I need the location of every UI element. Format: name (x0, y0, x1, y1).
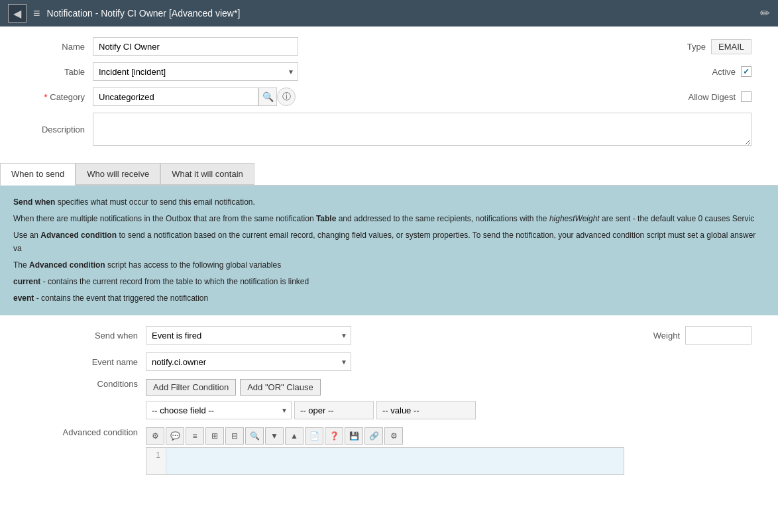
table-row: Table Incident [incident] ▼ Active (13, 62, 765, 81)
description-row: Description (13, 113, 765, 146)
description-input[interactable] (93, 113, 751, 146)
category-label: Category (13, 92, 93, 102)
active-checkbox[interactable] (741, 66, 751, 77)
category-info-icon[interactable]: ⓘ (277, 87, 296, 106)
adv-btn-5[interactable]: ⊟ (225, 427, 244, 445)
allow-digest-right: Allow Digest (688, 91, 765, 102)
oper-input (294, 401, 374, 419)
name-input[interactable] (93, 37, 298, 56)
adv-btn-9[interactable]: 📄 (305, 427, 323, 445)
event-name-label: Event name (13, 357, 146, 367)
adv-btn-12[interactable]: 🔗 (364, 427, 383, 445)
advanced-condition-content: ⚙ 💬 ≡ ⊞ ⊟ 🔍 ▼ ▲ 📄 ❓ 💾 🔗 ⚙ 1 (146, 427, 765, 475)
name-label: Name (13, 42, 93, 52)
tab-who-will-receive[interactable]: Who will receive (76, 163, 160, 185)
adv-btn-1[interactable]: ⚙ (146, 427, 164, 445)
tab-when-to-send[interactable]: When to send (0, 163, 76, 186)
conditions-fields: -- choose field -- ▼ (146, 401, 476, 419)
add-or-button[interactable]: Add "OR" Clause (240, 379, 321, 396)
type-label: Type (687, 42, 706, 52)
conditions-label: Conditions (13, 379, 146, 389)
tab-what-it-will-contain[interactable]: What it will contain (160, 163, 254, 185)
back-icon: ◀ (13, 7, 21, 20)
description-label: Description (13, 125, 93, 134)
active-label: Active (712, 67, 736, 77)
adv-btn-13[interactable]: ⚙ (384, 427, 403, 445)
allow-digest-label: Allow Digest (688, 92, 736, 102)
adv-editor: 1 (146, 447, 624, 475)
adv-btn-10[interactable]: ❓ (325, 427, 343, 445)
back-button[interactable]: ◀ (8, 4, 27, 23)
send-when-row: Send when Event is fired Record inserted… (13, 326, 765, 345)
allow-digest-checkbox[interactable] (741, 91, 751, 102)
weight-label: Weight (653, 331, 680, 341)
conditions-buttons: Add Filter Condition Add "OR" Clause (146, 379, 476, 396)
info-line4: The Advanced condition script has access… (13, 259, 765, 272)
field-select-wrapper: -- choose field -- ▼ (146, 401, 292, 419)
info-line1: Send when specifies what must occur to s… (13, 196, 765, 209)
category-row: Category 🔍 ⓘ Allow Digest (13, 87, 765, 106)
table-select-wrapper: Incident [incident] ▼ (93, 62, 298, 81)
category-field-group: 🔍 ⓘ (93, 87, 296, 106)
event-name-row: Event name notify.ci.owner ▼ (13, 352, 765, 371)
category-input[interactable] (93, 87, 258, 106)
weight-input[interactable] (685, 326, 751, 345)
hamburger-icon[interactable]: ≡ (33, 7, 40, 21)
adv-btn-7[interactable]: ▼ (265, 427, 284, 445)
advanced-condition-label: Advanced condition (13, 427, 146, 437)
category-search-icon[interactable]: 🔍 (258, 87, 277, 106)
info-line3: Use an Advanced condition to send a noti… (13, 229, 765, 254)
adv-btn-11[interactable]: 💾 (345, 427, 363, 445)
code-area[interactable] (166, 448, 624, 474)
page-title: Notification - Notify CI Owner [Advanced… (47, 8, 753, 19)
type-value: EMAIL (711, 39, 751, 54)
event-name-select-wrapper: notify.ci.owner ▼ (146, 352, 351, 371)
adv-btn-8[interactable]: ▲ (285, 427, 304, 445)
edit-icon[interactable]: ✏ (760, 6, 770, 21)
value-input (376, 401, 476, 419)
adv-btn-2[interactable]: 💬 (166, 427, 184, 445)
adv-toolbar: ⚙ 💬 ≡ ⊞ ⊟ 🔍 ▼ ▲ 📄 ❓ 💾 🔗 ⚙ (146, 427, 765, 445)
adv-btn-6[interactable]: 🔍 (245, 427, 264, 445)
send-when-select-wrapper: Event is fired Record inserted Record up… (146, 326, 351, 345)
table-select[interactable]: Incident [incident] (93, 62, 298, 81)
name-row: Name Type EMAIL (13, 37, 765, 56)
adv-btn-3[interactable]: ≡ (186, 427, 204, 445)
info-line5: current - contains the current record fr… (13, 276, 765, 288)
form-area: Name Type EMAIL Table Incident [incident… (0, 27, 778, 163)
field-select[interactable]: -- choose field -- (146, 401, 292, 419)
event-name-select[interactable]: notify.ci.owner (146, 352, 351, 371)
tabs-container: When to send Who will receive What it wi… (0, 163, 778, 186)
active-right: Active (712, 66, 765, 77)
header: ◀ ≡ Notification - Notify CI Owner [Adva… (0, 0, 778, 27)
type-right: Type EMAIL (687, 39, 765, 54)
add-filter-button[interactable]: Add Filter Condition (146, 379, 236, 396)
send-when-label: Send when (13, 331, 146, 341)
conditions-row: Conditions Add Filter Condition Add "OR"… (13, 379, 765, 419)
send-when-select[interactable]: Event is fired Record inserted Record up… (146, 326, 351, 345)
conditions-content: Add Filter Condition Add "OR" Clause -- … (146, 379, 476, 419)
line-number-1: 1 (146, 448, 166, 474)
weight-right: Weight (653, 326, 765, 345)
adv-btn-4[interactable]: ⊞ (205, 427, 224, 445)
info-line2: When there are multiple notifications in… (13, 213, 765, 225)
advanced-condition-row: Advanced condition ⚙ 💬 ≡ ⊞ ⊟ 🔍 ▼ ▲ 📄 ❓ 💾… (13, 427, 765, 475)
info-line6: event - contains the event that triggere… (13, 292, 765, 305)
info-box: Send when specifies what must occur to s… (0, 186, 778, 315)
section-body: Send when Event is fired Record inserted… (0, 315, 778, 494)
table-label: Table (13, 67, 93, 77)
